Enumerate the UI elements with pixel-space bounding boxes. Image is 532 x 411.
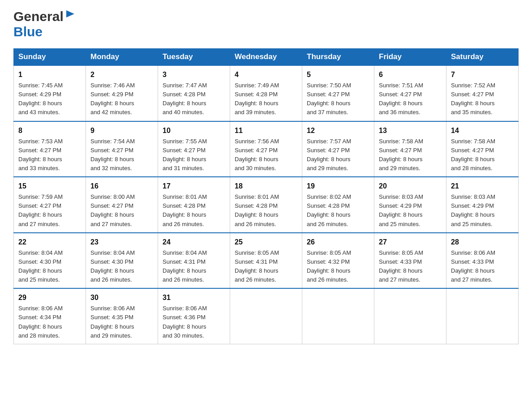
day-cell: 24 Sunrise: 8:04 AMSunset: 4:31 PMDaylig… <box>158 233 230 289</box>
col-header-thursday: Thursday <box>302 49 374 66</box>
day-info: Sunrise: 7:58 AMSunset: 4:27 PMDaylight:… <box>451 138 495 171</box>
col-header-saturday: Saturday <box>446 49 519 66</box>
header-row: SundayMondayTuesdayWednesdayThursdayFrid… <box>14 49 519 66</box>
col-header-friday: Friday <box>374 49 446 66</box>
day-cell: 11 Sunrise: 7:56 AMSunset: 4:27 PMDaylig… <box>230 121 302 177</box>
day-info: Sunrise: 8:05 AMSunset: 4:33 PMDaylight:… <box>379 249 423 283</box>
day-info: Sunrise: 8:02 AMSunset: 4:28 PMDaylight:… <box>307 193 351 227</box>
day-info: Sunrise: 8:05 AMSunset: 4:32 PMDaylight:… <box>307 249 351 283</box>
day-cell: 5 Sunrise: 7:50 AMSunset: 4:27 PMDayligh… <box>302 65 374 121</box>
day-info: Sunrise: 8:06 AMSunset: 4:34 PMDaylight:… <box>18 305 63 338</box>
day-cell: 30 Sunrise: 8:06 AMSunset: 4:35 PMDaylig… <box>86 288 158 344</box>
day-number: 29 <box>18 292 81 303</box>
logo-general-text: General <box>13 9 64 24</box>
col-header-sunday: Sunday <box>14 49 86 66</box>
day-info: Sunrise: 7:56 AMSunset: 4:27 PMDaylight:… <box>235 138 279 171</box>
day-cell <box>230 288 302 344</box>
week-row-5: 29 Sunrise: 8:06 AMSunset: 4:34 PMDaylig… <box>14 288 519 344</box>
day-cell: 22 Sunrise: 8:04 AMSunset: 4:30 PMDaylig… <box>14 233 86 289</box>
day-info: Sunrise: 7:57 AMSunset: 4:27 PMDaylight:… <box>307 138 351 171</box>
col-header-tuesday: Tuesday <box>158 49 230 66</box>
day-info: Sunrise: 7:53 AMSunset: 4:27 PMDaylight:… <box>18 138 63 171</box>
day-info: Sunrise: 7:45 AMSunset: 4:29 PMDaylight:… <box>18 82 63 116</box>
day-info: Sunrise: 7:50 AMSunset: 4:27 PMDaylight:… <box>307 82 351 116</box>
day-info: Sunrise: 8:04 AMSunset: 4:31 PMDaylight:… <box>163 249 207 283</box>
day-cell: 17 Sunrise: 8:01 AMSunset: 4:28 PMDaylig… <box>158 177 230 233</box>
day-cell: 18 Sunrise: 8:01 AMSunset: 4:28 PMDaylig… <box>230 177 302 233</box>
day-info: Sunrise: 7:47 AMSunset: 4:28 PMDaylight:… <box>163 82 207 116</box>
day-number: 8 <box>18 125 81 136</box>
page-header: General Blue <box>13 9 519 39</box>
day-cell: 20 Sunrise: 8:03 AMSunset: 4:29 PMDaylig… <box>374 177 446 233</box>
day-number: 10 <box>163 125 225 136</box>
week-row-1: 1 Sunrise: 7:45 AMSunset: 4:29 PMDayligh… <box>14 65 519 121</box>
day-cell: 31 Sunrise: 8:06 AMSunset: 4:36 PMDaylig… <box>158 288 230 344</box>
col-header-monday: Monday <box>86 49 158 66</box>
day-cell: 9 Sunrise: 7:54 AMSunset: 4:27 PMDayligh… <box>86 121 158 177</box>
day-cell: 13 Sunrise: 7:58 AMSunset: 4:27 PMDaylig… <box>374 121 446 177</box>
day-number: 11 <box>235 125 297 136</box>
logo-flag-icon <box>65 9 75 22</box>
day-cell: 3 Sunrise: 7:47 AMSunset: 4:28 PMDayligh… <box>158 65 230 121</box>
day-number: 28 <box>451 237 514 248</box>
day-cell: 28 Sunrise: 8:06 AMSunset: 4:33 PMDaylig… <box>446 233 519 289</box>
day-info: Sunrise: 7:58 AMSunset: 4:27 PMDaylight:… <box>379 138 423 171</box>
day-number: 3 <box>163 69 225 80</box>
day-cell: 10 Sunrise: 7:55 AMSunset: 4:27 PMDaylig… <box>158 121 230 177</box>
day-number: 18 <box>235 181 297 192</box>
day-number: 12 <box>307 125 369 136</box>
day-number: 27 <box>379 237 442 248</box>
day-number: 5 <box>307 69 369 80</box>
day-number: 15 <box>18 181 81 192</box>
day-cell: 8 Sunrise: 7:53 AMSunset: 4:27 PMDayligh… <box>14 121 86 177</box>
day-info: Sunrise: 7:49 AMSunset: 4:28 PMDaylight:… <box>235 82 279 116</box>
day-number: 30 <box>90 292 153 303</box>
day-number: 23 <box>90 237 153 248</box>
day-info: Sunrise: 8:01 AMSunset: 4:28 PMDaylight:… <box>163 193 207 227</box>
day-cell: 26 Sunrise: 8:05 AMSunset: 4:32 PMDaylig… <box>302 233 374 289</box>
day-cell: 4 Sunrise: 7:49 AMSunset: 4:28 PMDayligh… <box>230 65 302 121</box>
day-info: Sunrise: 8:06 AMSunset: 4:36 PMDaylight:… <box>163 305 207 338</box>
day-cell: 2 Sunrise: 7:46 AMSunset: 4:29 PMDayligh… <box>86 65 158 121</box>
day-info: Sunrise: 8:00 AMSunset: 4:27 PMDaylight:… <box>90 193 135 227</box>
day-info: Sunrise: 7:51 AMSunset: 4:27 PMDaylight:… <box>379 82 423 116</box>
day-number: 19 <box>307 181 369 192</box>
svg-marker-0 <box>66 10 74 17</box>
day-cell: 23 Sunrise: 8:04 AMSunset: 4:30 PMDaylig… <box>86 233 158 289</box>
col-header-wednesday: Wednesday <box>230 49 302 66</box>
day-number: 9 <box>90 125 153 136</box>
day-cell: 19 Sunrise: 8:02 AMSunset: 4:28 PMDaylig… <box>302 177 374 233</box>
day-info: Sunrise: 7:54 AMSunset: 4:27 PMDaylight:… <box>90 138 135 171</box>
day-info: Sunrise: 8:01 AMSunset: 4:28 PMDaylight:… <box>235 193 279 227</box>
day-info: Sunrise: 8:03 AMSunset: 4:29 PMDaylight:… <box>379 193 423 227</box>
day-info: Sunrise: 8:04 AMSunset: 4:30 PMDaylight:… <box>90 249 135 283</box>
day-cell: 6 Sunrise: 7:51 AMSunset: 4:27 PMDayligh… <box>374 65 446 121</box>
day-number: 24 <box>163 237 225 248</box>
day-info: Sunrise: 7:52 AMSunset: 4:27 PMDaylight:… <box>451 82 495 116</box>
week-row-2: 8 Sunrise: 7:53 AMSunset: 4:27 PMDayligh… <box>14 121 519 177</box>
day-number: 31 <box>163 292 225 303</box>
day-info: Sunrise: 7:46 AMSunset: 4:29 PMDaylight:… <box>90 82 135 116</box>
day-number: 13 <box>379 125 442 136</box>
calendar-table: SundayMondayTuesdayWednesdayThursdayFrid… <box>13 48 519 344</box>
day-info: Sunrise: 8:05 AMSunset: 4:31 PMDaylight:… <box>235 249 279 283</box>
day-number: 20 <box>379 181 442 192</box>
day-cell: 16 Sunrise: 8:00 AMSunset: 4:27 PMDaylig… <box>86 177 158 233</box>
day-number: 1 <box>18 69 81 80</box>
day-number: 7 <box>451 69 514 80</box>
day-cell <box>302 288 374 344</box>
day-number: 21 <box>451 181 514 192</box>
day-cell: 25 Sunrise: 8:05 AMSunset: 4:31 PMDaylig… <box>230 233 302 289</box>
day-number: 16 <box>90 181 153 192</box>
day-info: Sunrise: 7:55 AMSunset: 4:27 PMDaylight:… <box>163 138 207 171</box>
day-cell <box>446 288 519 344</box>
day-cell: 29 Sunrise: 8:06 AMSunset: 4:34 PMDaylig… <box>14 288 86 344</box>
day-cell: 14 Sunrise: 7:58 AMSunset: 4:27 PMDaylig… <box>446 121 519 177</box>
day-info: Sunrise: 8:04 AMSunset: 4:30 PMDaylight:… <box>18 249 63 283</box>
week-row-3: 15 Sunrise: 7:59 AMSunset: 4:27 PMDaylig… <box>14 177 519 233</box>
day-number: 14 <box>451 125 514 136</box>
day-cell: 1 Sunrise: 7:45 AMSunset: 4:29 PMDayligh… <box>14 65 86 121</box>
day-number: 6 <box>379 69 442 80</box>
day-number: 17 <box>163 181 225 192</box>
day-cell: 7 Sunrise: 7:52 AMSunset: 4:27 PMDayligh… <box>446 65 519 121</box>
